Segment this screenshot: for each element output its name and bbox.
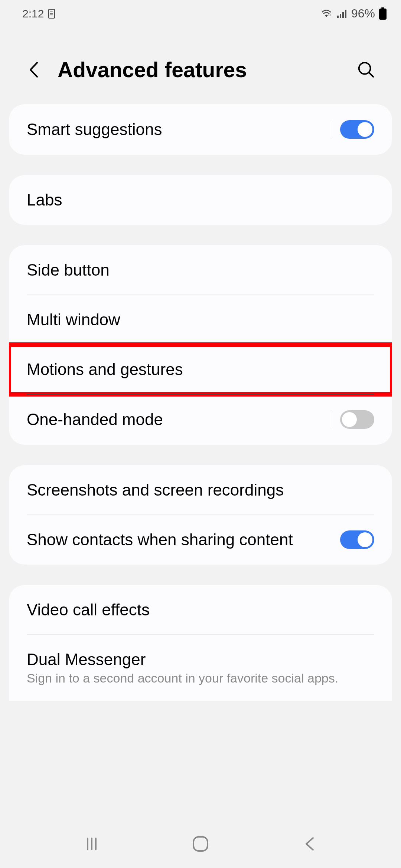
- setting-video-call-effects[interactable]: Video call effects: [9, 585, 392, 635]
- chevron-left-icon: [303, 836, 315, 852]
- toggle-container: [340, 530, 374, 549]
- toggle-knob: [358, 122, 372, 137]
- card-icon: [48, 9, 55, 19]
- setting-dual-messenger[interactable]: Dual Messenger Sign in to a second accou…: [9, 635, 392, 701]
- status-time: 2:12: [22, 7, 44, 20]
- settings-group: Labs: [9, 175, 392, 225]
- toggle-knob: [342, 412, 357, 427]
- svg-point-9: [52, 14, 53, 15]
- setting-motions-and-gestures[interactable]: Motions and gestures: [9, 345, 392, 394]
- toggle-divider: [331, 410, 331, 429]
- toggle-one-handed-mode[interactable]: [340, 410, 374, 429]
- recents-icon: [84, 836, 100, 852]
- settings-content: Smart suggestions Labs Side button Multi…: [0, 104, 401, 701]
- setting-label: Motions and gestures: [27, 360, 374, 379]
- svg-rect-12: [342, 12, 344, 18]
- chevron-left-icon: [28, 61, 39, 78]
- header: Advanced features: [0, 24, 401, 104]
- setting-screenshots-recordings[interactable]: Screenshots and screen recordings: [9, 465, 392, 515]
- svg-rect-13: [345, 10, 346, 18]
- svg-rect-21: [193, 837, 208, 851]
- svg-point-1: [50, 11, 51, 12]
- settings-group: Smart suggestions: [9, 104, 392, 155]
- setting-smart-suggestions[interactable]: Smart suggestions: [9, 104, 392, 155]
- setting-label: Video call effects: [27, 601, 374, 619]
- toggle-knob: [358, 532, 372, 547]
- setting-label: Multi window: [27, 310, 374, 329]
- setting-label: Screenshots and screen recordings: [27, 481, 374, 499]
- setting-label: Dual Messenger: [27, 650, 374, 669]
- back-button[interactable]: [26, 62, 41, 77]
- svg-point-4: [50, 13, 51, 14]
- wifi-icon: [320, 9, 333, 19]
- setting-label: Smart suggestions: [27, 120, 331, 139]
- toggle-divider: [331, 120, 331, 139]
- status-right: 96%: [320, 7, 387, 20]
- toggle-container: [331, 120, 374, 139]
- nav-back-button[interactable]: [294, 829, 324, 859]
- settings-group: Video call effects Dual Messenger Sign i…: [9, 585, 392, 701]
- battery-icon: [379, 7, 387, 20]
- setting-sublabel: Sign in to a second account in your favo…: [27, 671, 374, 685]
- setting-label: One-handed mode: [27, 410, 331, 429]
- svg-rect-10: [337, 16, 339, 18]
- setting-label: Side button: [27, 261, 374, 279]
- search-icon: [357, 60, 375, 79]
- toggle-container: [331, 410, 374, 429]
- setting-show-contacts-sharing[interactable]: Show contacts when sharing content: [9, 515, 392, 565]
- status-left: 2:12: [22, 7, 55, 20]
- home-icon: [191, 835, 210, 853]
- svg-point-6: [52, 13, 53, 14]
- svg-rect-15: [379, 9, 387, 20]
- toggle-show-contacts-sharing[interactable]: [340, 530, 374, 549]
- svg-point-5: [51, 13, 52, 14]
- signal-icon: [336, 9, 348, 19]
- svg-line-17: [369, 73, 374, 77]
- setting-text-col: Dual Messenger Sign in to a second accou…: [27, 650, 374, 685]
- svg-point-3: [52, 11, 53, 12]
- battery-percent: 96%: [351, 7, 375, 20]
- svg-point-8: [51, 14, 52, 15]
- toggle-smart-suggestions[interactable]: [340, 120, 374, 139]
- settings-group: Screenshots and screen recordings Show c…: [9, 465, 392, 565]
- svg-point-2: [51, 11, 52, 12]
- page-title: Advanced features: [58, 57, 340, 82]
- home-button[interactable]: [186, 829, 215, 859]
- navigation-bar: [0, 820, 401, 868]
- search-button[interactable]: [357, 61, 375, 79]
- setting-label: Labs: [27, 191, 374, 209]
- setting-labs[interactable]: Labs: [9, 175, 392, 225]
- settings-group: Side button Multi window Motions and ges…: [9, 245, 392, 445]
- recents-button[interactable]: [77, 829, 107, 859]
- svg-rect-11: [340, 14, 341, 18]
- setting-label: Show contacts when sharing content: [27, 530, 340, 549]
- svg-rect-14: [381, 7, 384, 9]
- setting-multi-window[interactable]: Multi window: [9, 295, 392, 345]
- setting-side-button[interactable]: Side button: [9, 245, 392, 295]
- svg-point-7: [50, 14, 51, 15]
- status-bar: 2:12 96%: [0, 0, 401, 24]
- setting-one-handed-mode[interactable]: One-handed mode: [9, 394, 392, 445]
